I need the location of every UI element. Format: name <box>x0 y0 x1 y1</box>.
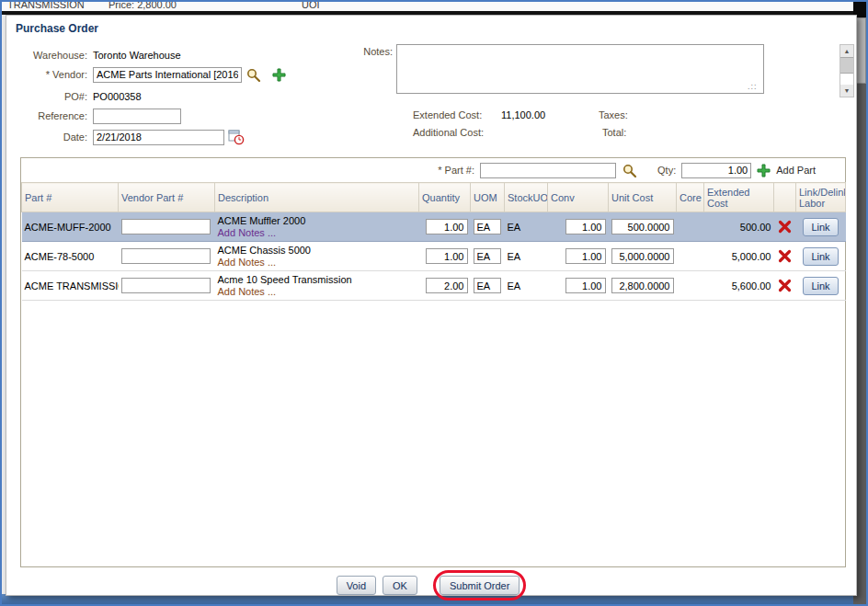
qty-label: Qty: <box>657 165 676 176</box>
vendor-input[interactable] <box>93 67 242 83</box>
add-vendor-icon[interactable] <box>272 68 286 82</box>
col-header-quantity: Quantity <box>419 183 471 212</box>
background-text-price: Price: 2,800.00 <box>108 2 177 10</box>
stock-uom-cell: EA <box>505 212 548 242</box>
dialog-scrollbar[interactable]: ▲ ▼ <box>839 44 854 97</box>
part-number-cell: ACME TRANSMISSION <box>22 271 119 301</box>
calendar-icon[interactable] <box>228 129 245 145</box>
vendor-part-input[interactable] <box>121 219 211 234</box>
link-labor-button[interactable]: Link <box>803 277 838 295</box>
extended-cost-value: 11,100.00 <box>501 109 545 120</box>
add-notes-link[interactable]: Add Notes ... <box>218 286 277 298</box>
extended-cost-cell: 5,600.00 <box>704 271 774 301</box>
parts-panel: * Part #: Qty: Add Part <box>20 157 846 567</box>
dialog-title: Purchase Order <box>16 22 98 35</box>
add-part-icon[interactable] <box>757 164 771 177</box>
part-number-input[interactable] <box>480 163 616 178</box>
part-number-cell: ACME-MUFF-2000 <box>22 212 119 242</box>
submit-order-button[interactable]: Submit Order <box>440 576 520 595</box>
reference-label: Reference: <box>16 110 87 121</box>
conv-input[interactable] <box>565 219 606 234</box>
col-header-part: Part # <box>22 183 119 212</box>
stock-uom-cell: EA <box>505 271 548 301</box>
col-header-delete <box>774 183 796 212</box>
table-row[interactable]: ACME TRANSMISSION Acme 10 Speed Transmis… <box>22 271 846 301</box>
vendor-part-input[interactable] <box>121 278 211 293</box>
core-cell <box>677 212 704 242</box>
purchase-order-dialog: Purchase Order Warehouse: Toronto Wareho… <box>6 15 857 596</box>
description-text: ACME Chassis 5000 <box>218 245 417 257</box>
vendor-part-input[interactable] <box>121 248 211 264</box>
delete-row-icon[interactable] <box>778 220 792 234</box>
date-label: Date: <box>16 131 87 143</box>
unit-cost-input[interactable] <box>611 278 674 293</box>
vendor-label: * Vendor: <box>16 69 87 80</box>
link-labor-button[interactable]: Link <box>803 247 838 266</box>
part-number-label: * Part #: <box>438 165 474 176</box>
description-text: Acme 10 Speed Transmission <box>218 274 417 286</box>
col-header-vendor-part: Vendor Part # <box>119 183 215 212</box>
background-text-uom: UOI <box>302 2 320 10</box>
background-page-strip: TRANSMISSION Price: 2,800.00 UOI <box>2 2 853 11</box>
qty-input[interactable] <box>681 163 751 178</box>
table-row[interactable]: ACME-78-5000 ACME Chassis 5000 Add Notes… <box>22 242 846 271</box>
unit-cost-input[interactable] <box>611 248 674 264</box>
notes-label: Notes: <box>337 46 393 57</box>
stock-uom-cell: EA <box>505 242 548 271</box>
po-number-value: PO000358 <box>93 91 142 102</box>
warehouse-value: Toronto Warehouse <box>93 50 181 61</box>
uom-input[interactable] <box>474 219 501 234</box>
total-label: Total: <box>602 127 626 138</box>
table-header-row: Part # Vendor Part # Description Quantit… <box>22 183 846 212</box>
delete-row-icon[interactable] <box>778 279 792 292</box>
description-text: ACME Muffler 2000 <box>218 215 417 227</box>
reference-input[interactable] <box>93 109 181 124</box>
col-header-conv: Conv <box>548 183 609 212</box>
part-number-cell: ACME-78-5000 <box>22 242 119 271</box>
delete-row-icon[interactable] <box>778 249 792 263</box>
part-entry-toolbar: * Part #: Qty: Add Part <box>21 158 845 182</box>
vendor-search-icon[interactable] <box>246 67 261 83</box>
add-part-button[interactable]: Add Part <box>776 165 816 176</box>
additional-cost-label: Additional Cost: <box>413 127 484 138</box>
part-search-icon[interactable] <box>622 163 637 178</box>
date-input[interactable] <box>93 130 224 145</box>
table-row[interactable]: ACME-MUFF-2000 ACME Muffler 2000 Add Not… <box>22 212 846 242</box>
extended-cost-cell: 5,000.00 <box>704 242 774 271</box>
col-header-core: Core <box>677 183 704 212</box>
link-labor-button[interactable]: Link <box>803 218 838 236</box>
void-button[interactable]: Void <box>337 576 376 595</box>
col-header-unit-cost: Unit Cost <box>609 183 677 212</box>
scroll-down-icon[interactable]: ▼ <box>840 85 853 97</box>
warehouse-label: Warehouse: <box>16 50 87 61</box>
col-header-link-labor: Link/Delink Labor <box>796 183 846 212</box>
quantity-input[interactable] <box>426 219 468 234</box>
core-cell <box>677 271 704 301</box>
conv-input[interactable] <box>565 278 606 293</box>
add-notes-link[interactable]: Add Notes ... <box>218 227 277 239</box>
background-text-transmission: TRANSMISSION <box>7 2 85 10</box>
taxes-label: Taxes: <box>599 109 628 120</box>
quantity-input[interactable] <box>426 278 468 293</box>
ok-button[interactable]: OK <box>383 576 417 595</box>
scroll-up-icon[interactable]: ▲ <box>840 45 853 57</box>
red-annotation-circle: Submit Order <box>433 570 526 600</box>
dialog-footer: Void OK Submit Order <box>6 570 856 600</box>
unit-cost-input[interactable] <box>611 219 674 234</box>
app-screen: TRANSMISSION Price: 2,800.00 UOI Purchas… <box>0 0 868 606</box>
col-header-extended-cost: Extended Cost <box>704 183 774 212</box>
col-header-uom: UOM <box>471 183 505 212</box>
uom-input[interactable] <box>474 278 501 293</box>
uom-input[interactable] <box>474 248 501 264</box>
add-notes-link[interactable]: Add Notes ... <box>218 257 277 269</box>
notes-textarea[interactable] <box>396 44 764 94</box>
extended-cost-cell: 500.00 <box>704 212 774 242</box>
core-cell <box>677 242 704 271</box>
quantity-input[interactable] <box>426 248 468 264</box>
conv-input[interactable] <box>565 248 606 264</box>
col-header-stock-uom: StockUOM <box>505 183 548 212</box>
dialog-scrollbar-thumb[interactable] <box>840 57 853 74</box>
extended-cost-label: Extended Cost: <box>413 109 482 120</box>
resize-grip-icon[interactable]: .:: <box>748 82 758 91</box>
col-header-description: Description <box>215 183 419 212</box>
